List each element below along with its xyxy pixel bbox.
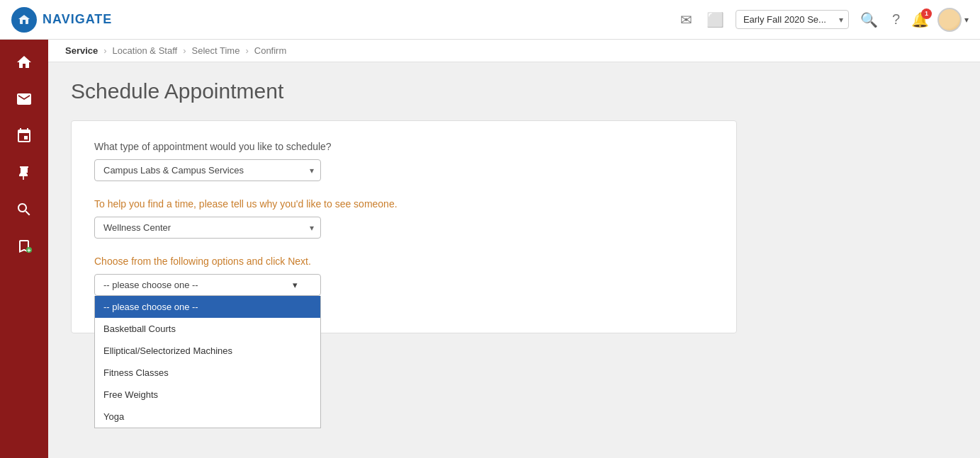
dropdown-option-free-weights[interactable]: Free Weights [95,384,320,406]
breadcrumb-sep-1: › [103,45,106,56]
notification-bell[interactable]: 🔔 1 [911,11,929,28]
breadcrumb-step-service: Service [65,45,98,56]
appointment-type-section: What type of appointment would you like … [94,141,714,181]
breadcrumb-step-location: Location & Staff [113,45,178,56]
avatar-caret-icon: ▾ [964,15,969,25]
sidebar-item-search[interactable] [0,193,48,227]
term-selector-wrapper: Early Fall 2020 Se... [736,10,849,29]
reason-select-wrapper: Wellness Center ▾ [94,217,321,239]
options-dropdown-trigger[interactable]: -- please choose one -- ▾ [94,274,321,296]
user-avatar-wrapper[interactable]: ▾ [937,8,969,32]
nav-right: Early Fall 2020 Se... 🔍 ? 🔔 1 ▾ [736,8,969,32]
dropdown-option-basketball[interactable]: Basketball Courts [95,318,320,340]
sidebar-item-bookmark[interactable]: + [0,229,48,263]
appointment-form-card: What type of appointment would you like … [71,120,737,333]
svg-text:+: + [27,247,30,254]
app-title: NAVIGATE [43,12,112,27]
sidebar-item-pin[interactable] [0,156,48,190]
breadcrumb-sep-3: › [245,45,248,56]
user-avatar [937,8,962,32]
options-dropdown-value: -- please choose one -- [103,280,198,290]
appointment-type-select[interactable]: Campus Labs & Campus Services [94,159,321,181]
reason-select[interactable]: Wellness Center [94,217,321,239]
options-dropdown-container: -- please choose one -- ▾ -- please choo… [94,274,321,296]
appointment-type-select-wrapper: Campus Labs & Campus Services ▾ [94,159,321,181]
breadcrumb-step-confirm: Confirm [254,45,287,56]
top-navigation: NAVIGATE ✉ ⬜ Early Fall 2020 Se... 🔍 ? 🔔… [0,0,980,40]
breadcrumb: Service › Location & Staff › Select Time… [48,40,980,62]
reason-label: To help you find a time, please tell us … [94,198,714,210]
breadcrumb-step-time: Select Time [192,45,240,56]
logo-area: NAVIGATE [11,7,112,33]
options-dropdown-menu: -- please choose one -- Basketball Court… [94,296,321,428]
page-title: Schedule Appointment [71,79,957,103]
search-icon[interactable]: 🔍 [857,8,881,31]
dropdown-option-fitness[interactable]: Fitness Classes [95,362,320,384]
notification-badge: 1 [921,8,932,19]
help-icon[interactable]: ? [889,8,903,30]
options-section: Choose from the following options and cl… [94,256,714,296]
sidebar: + [0,40,48,458]
content-area: Service › Location & Staff › Select Time… [48,40,980,458]
sidebar-item-calendar[interactable] [0,119,48,153]
dropdown-option-please-choose[interactable]: -- please choose one -- [95,296,320,318]
reason-section: To help you find a time, please tell us … [94,198,714,239]
sidebar-item-home[interactable] [0,45,48,79]
sidebar-item-mail[interactable] [0,82,48,116]
appointment-type-label: What type of appointment would you like … [94,141,714,152]
window-nav-icon[interactable]: ⬜ [704,8,727,31]
breadcrumb-sep-2: › [183,45,186,56]
main-layout: + Service › Location & Staff › Select Ti… [0,40,980,458]
term-selector[interactable]: Early Fall 2020 Se... [736,10,849,29]
options-dropdown-arrow-icon: ▾ [293,280,298,290]
dropdown-option-yoga[interactable]: Yoga [95,406,320,428]
svg-rect-3 [23,20,26,24]
mail-nav-icon[interactable]: ✉ [677,8,695,31]
logo-icon [11,7,37,33]
page-content: Schedule Appointment What type of appoin… [48,62,980,458]
options-label: Choose from the following options and cl… [94,256,714,267]
dropdown-option-elliptical[interactable]: Elliptical/Selectorized Machines [95,340,320,362]
